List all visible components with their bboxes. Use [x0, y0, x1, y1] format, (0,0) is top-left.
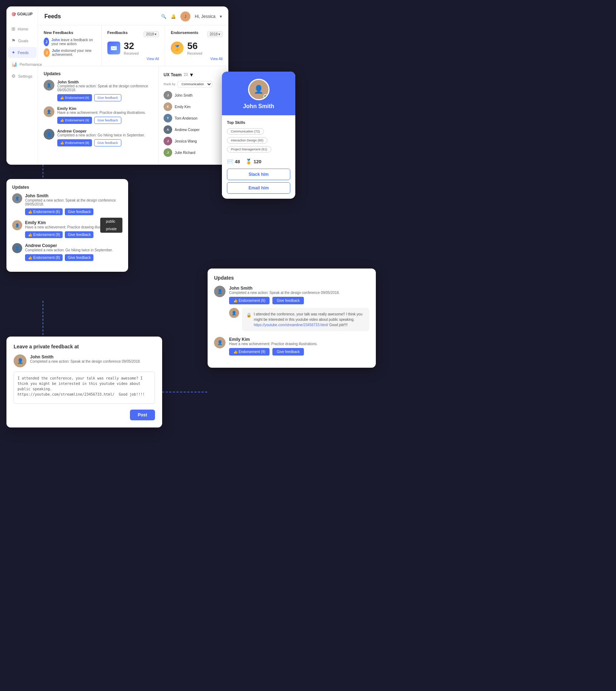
z-john-name: John Smith: [25, 193, 122, 198]
ux-member-john[interactable]: J John Smith: [164, 91, 223, 100]
endorsements-view-all[interactable]: View All: [171, 57, 223, 61]
dropdown-public[interactable]: public: [100, 218, 122, 225]
z-john-desc: Completed a new action: Speak at the des…: [25, 198, 122, 206]
greeting-arrow[interactable]: ▾: [220, 14, 222, 19]
z-john-feedback[interactable]: Give feedback: [65, 208, 93, 215]
z-john-actions: 👍 Endorsement (6) Give feedback public p…: [25, 208, 122, 215]
sidebar-item-settings[interactable]: ⚙ Settings: [8, 71, 37, 82]
notification-icon[interactable]: 🔔: [171, 14, 176, 19]
julie-avatar: J: [44, 48, 50, 57]
skill-communication: Communication (72): [227, 128, 264, 135]
slack-button[interactable]: Slack him: [227, 169, 290, 180]
updates-title: Updates: [44, 71, 152, 76]
feedbacks-title: Feedbacks: [107, 30, 128, 35]
lf-person-name: John Smith: [30, 354, 141, 359]
feedback-response-row: 👤 🔒 I attended the conference, your talk…: [229, 308, 369, 331]
sidebar-item-label: Feeds: [18, 50, 29, 55]
skill-project: Project Management (61): [227, 146, 271, 153]
ux-tom-avatar: T: [164, 114, 172, 122]
julie-name[interactable]: Julie: [52, 49, 60, 53]
ux-member-andrew[interactable]: A Andrew Cooper: [164, 125, 223, 134]
lock-icon: 🔒: [246, 312, 252, 328]
ux-jessica-avatar: J: [164, 137, 172, 145]
john-update-desc: Completed a new action: Speak at the des…: [57, 84, 152, 92]
right-updates-card: Updates 👤 John Smith Completed a new act…: [208, 269, 376, 368]
john-endorsement-btn[interactable]: 👍 Endorsement (6): [57, 94, 92, 101]
ru-john-endorsement[interactable]: 👍 Endorsement (6): [229, 297, 270, 304]
ru-emily-feedback[interactable]: Give feedback: [272, 348, 304, 356]
endorsements-widget: Endorsements 2018 ▾ 🏅 56 Received View A…: [165, 25, 228, 66]
ux-member-julie[interactable]: J Julie Richard: [164, 148, 223, 157]
feedback-link[interactable]: https://youtube.com/streamline/23456733.…: [254, 323, 328, 327]
endorsements-body: 🏅 56 Received: [171, 40, 223, 55]
sidebar-item-home[interactable]: ⊞ Home: [8, 23, 37, 34]
update-item-john: 👤 John Smith Completed a new action: Spe…: [44, 80, 152, 101]
app-logo: 🎯 GOALUP: [11, 12, 33, 16]
ux-john-name: John Smith: [175, 93, 193, 97]
dropdown-private[interactable]: private: [100, 225, 122, 233]
emily-update-desc: Have a new achievement: Practice drawing…: [57, 111, 146, 115]
ux-member-tom[interactable]: T Tom Anderson: [164, 114, 223, 122]
performance-icon: 📊: [11, 62, 17, 67]
z-emily-endorsement[interactable]: 👍 Endorsement (9): [25, 231, 63, 238]
endorsements-count: 56: [187, 40, 202, 52]
endorsement-stat-count: 120: [253, 159, 261, 164]
z-andrew-feedback[interactable]: Give feedback: [65, 254, 93, 261]
feedback-end: Good job!!!!: [329, 323, 348, 327]
endorsements-year-badge[interactable]: 2018 ▾: [207, 31, 223, 37]
andrew-endorsement-btn[interactable]: 👍 Endorsement (8): [57, 139, 92, 146]
sidebar-item-performance[interactable]: 📊 Performance: [8, 59, 37, 70]
z-andrew-actions: 👍 Endorsement (8) Give feedback: [25, 254, 113, 261]
andrew-feedback-btn[interactable]: Give feedback: [94, 139, 121, 146]
andrew-update-content: Andrew Cooper Completed a new action: Go…: [57, 129, 145, 146]
z-john-endorsement[interactable]: 👍 Endorsement (6): [25, 208, 63, 215]
rank-select[interactable]: Communication: [178, 81, 212, 87]
leave-feedback-person: 👤 John Smith Completed a new action: Spe…: [14, 354, 155, 367]
z-andrew-endorsement[interactable]: 👍 Endorsement (8): [25, 254, 63, 261]
ux-member-emily[interactable]: E Emily Kim: [164, 102, 223, 111]
z-john-avatar: 👤: [12, 193, 22, 203]
feedbacks-view-all[interactable]: View All: [107, 57, 159, 61]
feedback-item-julie: J Julie endorsed your new achievement.: [44, 48, 96, 57]
leave-feedback-textarea[interactable]: I attended the conference, your talk was…: [14, 372, 155, 404]
john-name[interactable]: John: [51, 38, 60, 42]
updates-section: Updates 👤 John Smith Completed a new act…: [38, 66, 159, 165]
feedbacks-sub: Received: [124, 52, 139, 55]
ru-emily-content: Emily Kim Have a new achievement: Practi…: [229, 337, 369, 356]
profile-header: 👤 John Smith: [222, 72, 295, 115]
z-emily-feedback[interactable]: Give feedback: [65, 231, 93, 238]
john-update-avatar: 👤: [44, 80, 54, 91]
search-icon[interactable]: 🔍: [161, 14, 166, 19]
john-feedback-btn[interactable]: Give feedback: [94, 94, 121, 101]
emily-endorsement-btn[interactable]: 👍 Endorsement (9): [57, 117, 92, 124]
page-title: Feeds: [44, 13, 61, 20]
ux-member-jessica[interactable]: J Jessica Wang: [164, 137, 223, 145]
sidebar-item-label: Home: [18, 27, 28, 31]
zoomed-updates-title: Updates: [12, 185, 122, 190]
ru-item-john: 👤 John Smith Completed a new action: Spe…: [214, 286, 369, 331]
ux-john-avatar: J: [164, 91, 172, 100]
ru-john-feedback[interactable]: Give feedback: [272, 297, 304, 304]
lf-person-info: John Smith Completed a new action: Speak…: [30, 354, 141, 363]
feedbacks-widget: Feedbacks 2018 ▾ ✉️ 32 Received View All: [102, 25, 165, 66]
logo-icon: 🎯: [11, 12, 16, 16]
endorsements-title: Endorsements: [171, 30, 198, 35]
post-button[interactable]: Post: [130, 410, 155, 420]
julie-feedback-text: Julie endorsed your new achievement.: [52, 49, 96, 57]
ru-emily-avatar: 👤: [214, 337, 225, 348]
z-update-andrew: 👤 Andrew Cooper Completed a new action: …: [12, 243, 122, 261]
profile-body: Top Skills Communication (72) Interactio…: [222, 115, 295, 199]
ru-emily-desc: Have a new achievement: Practice drawing…: [229, 342, 369, 346]
lf-person-desc: Completed a new action: Speak at the des…: [30, 359, 141, 363]
email-button[interactable]: Email him: [227, 182, 290, 194]
emily-feedback-btn[interactable]: Give feedback: [94, 117, 121, 124]
top-bar-right: 🔍 🔔 J Hi, Jessica ▾: [161, 11, 222, 21]
feedbacks-year-badge[interactable]: 2018 ▾: [144, 31, 159, 37]
john-feedback-text: John leave a feedback on your new action…: [51, 38, 95, 46]
ux-team-arrow[interactable]: ▾: [190, 71, 193, 78]
sidebar-item-feeds[interactable]: ✦ Feeds: [8, 47, 37, 58]
john-update-content: John Smith Completed a new action: Speak…: [57, 80, 152, 101]
z-andrew-content: Andrew Cooper Completed a new action: Go…: [25, 243, 113, 261]
sidebar-item-goals[interactable]: ⚑ Goals: [8, 35, 37, 46]
ru-emily-endorsement[interactable]: 👍 Endorsement (9): [229, 348, 270, 356]
